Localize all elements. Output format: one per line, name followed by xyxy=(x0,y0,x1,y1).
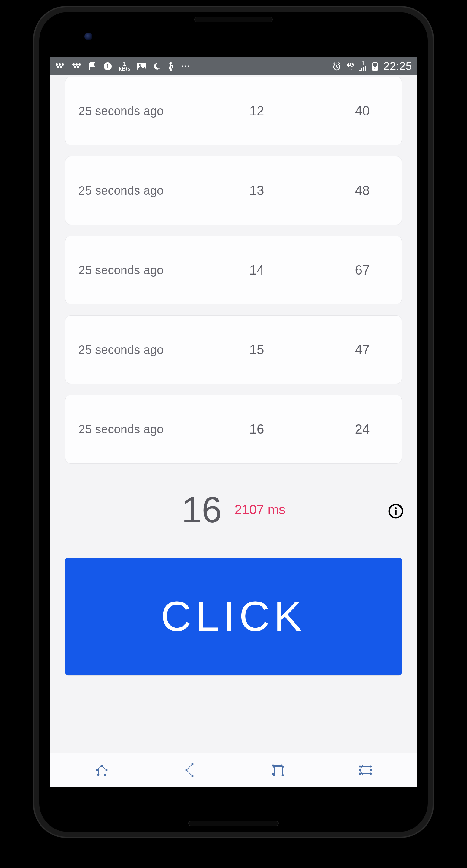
summary-count: 16 xyxy=(182,489,222,530)
picture-icon xyxy=(137,62,146,70)
row-value: 40 xyxy=(344,103,380,119)
nav-recents-button[interactable] xyxy=(267,760,288,781)
svg-point-33 xyxy=(104,774,106,776)
svg-rect-24 xyxy=(374,62,376,63)
nav-back-button[interactable] xyxy=(179,760,200,781)
info-icon xyxy=(388,503,404,519)
app-icon-1 xyxy=(55,63,65,70)
svg-point-29 xyxy=(96,770,97,771)
history-row[interactable]: 25 seconds ago 12 40 xyxy=(65,76,402,145)
spacer xyxy=(50,690,417,753)
svg-point-30 xyxy=(101,765,102,767)
row-value: 47 xyxy=(344,342,380,357)
row-value: 48 xyxy=(344,183,380,198)
svg-point-1 xyxy=(59,63,61,66)
svg-rect-19 xyxy=(359,70,360,71)
battery-icon xyxy=(372,61,378,71)
svg-rect-37 xyxy=(274,767,283,775)
app-icon-2 xyxy=(72,63,82,70)
status-bar: 1 1 kB/s xyxy=(50,57,417,75)
svg-point-48 xyxy=(370,770,372,771)
signal-sim-indicator: 1 xyxy=(359,61,367,71)
svg-point-2 xyxy=(57,66,59,68)
phone-inner: 1 1 kB/s xyxy=(39,12,428,832)
row-index: 16 xyxy=(239,422,275,437)
screen: 1 1 kB/s xyxy=(50,57,417,786)
moon-icon xyxy=(153,62,160,70)
front-camera xyxy=(85,33,92,40)
row-value: 24 xyxy=(344,422,380,437)
home-icon xyxy=(94,762,110,778)
network-type-indicator: 4G ↑↓ xyxy=(347,63,354,70)
svg-point-49 xyxy=(359,773,361,775)
svg-rect-20 xyxy=(361,68,362,71)
row-timestamp: 25 seconds ago xyxy=(73,342,169,357)
back-icon xyxy=(183,762,196,778)
app-content: 25 seconds ago 12 40 25 seconds ago 13 4… xyxy=(50,75,417,786)
clock: 22:25 xyxy=(383,60,412,73)
svg-point-43 xyxy=(281,765,282,767)
row-index: 12 xyxy=(239,103,275,119)
row-timestamp: 25 seconds ago xyxy=(73,422,169,437)
earpiece xyxy=(194,17,273,22)
menu-icon xyxy=(357,763,374,777)
recents-icon xyxy=(269,762,286,778)
svg-point-8 xyxy=(77,66,79,68)
svg-point-16 xyxy=(185,66,186,67)
status-right: 4G ↑↓ 1 22:25 xyxy=(332,60,412,73)
svg-point-31 xyxy=(106,770,107,771)
svg-point-35 xyxy=(186,770,187,771)
svg-rect-21 xyxy=(363,67,364,71)
row-timestamp: 25 seconds ago xyxy=(73,262,169,278)
nav-menu-button[interactable] xyxy=(355,760,376,781)
status-left: 1 1 kB/s xyxy=(55,61,327,71)
svg-point-34 xyxy=(192,764,194,765)
click-button[interactable]: CLICK xyxy=(65,558,402,675)
history-row[interactable]: 25 seconds ago 13 48 xyxy=(65,156,402,225)
svg-point-27 xyxy=(395,507,397,509)
bottom-speaker xyxy=(188,821,279,826)
row-timestamp: 25 seconds ago xyxy=(73,183,169,198)
row-index: 15 xyxy=(239,342,275,357)
row-index: 13 xyxy=(239,183,275,198)
svg-point-50 xyxy=(370,773,372,775)
kbs-unit: kB/s xyxy=(119,66,130,71)
more-dots-icon xyxy=(181,65,190,68)
svg-point-13 xyxy=(139,64,141,66)
row-index: 14 xyxy=(239,262,275,278)
history-row[interactable]: 25 seconds ago 15 47 xyxy=(65,315,402,384)
svg-point-5 xyxy=(72,63,75,66)
row-value: 67 xyxy=(344,262,380,278)
sim-slot: 1 xyxy=(361,61,364,66)
nav-home-button[interactable] xyxy=(91,760,112,781)
svg-point-42 xyxy=(272,765,273,767)
svg-point-4 xyxy=(62,63,64,66)
alarm-icon xyxy=(332,62,341,71)
flag-icon xyxy=(89,62,96,70)
history-row[interactable]: 25 seconds ago 16 24 xyxy=(65,395,402,464)
network-speed-indicator: 1 kB/s xyxy=(119,61,130,71)
svg-point-41 xyxy=(282,775,283,776)
summary-latency: 2107 ms xyxy=(234,502,285,517)
svg-point-9 xyxy=(79,63,81,66)
svg-rect-28 xyxy=(395,510,397,515)
history-row[interactable]: 25 seconds ago 14 67 xyxy=(65,236,402,304)
svg-point-45 xyxy=(359,766,361,767)
circle-one-icon: 1 xyxy=(103,62,112,71)
click-button-label: CLICK xyxy=(161,592,306,641)
svg-point-47 xyxy=(359,770,361,771)
svg-rect-22 xyxy=(365,66,366,71)
svg-point-14 xyxy=(170,70,172,71)
summary-row: 16 2107 ms xyxy=(50,489,417,533)
history-list[interactable]: 25 seconds ago 12 40 25 seconds ago 13 4… xyxy=(50,75,417,464)
svg-text:1: 1 xyxy=(106,63,109,69)
svg-point-7 xyxy=(74,66,76,68)
svg-point-15 xyxy=(182,66,183,67)
svg-point-6 xyxy=(76,63,78,66)
svg-point-46 xyxy=(370,766,372,767)
svg-point-3 xyxy=(60,66,62,68)
info-button[interactable] xyxy=(388,503,404,519)
system-nav-bar xyxy=(50,753,417,786)
svg-point-44 xyxy=(272,773,273,775)
svg-point-36 xyxy=(192,775,194,777)
